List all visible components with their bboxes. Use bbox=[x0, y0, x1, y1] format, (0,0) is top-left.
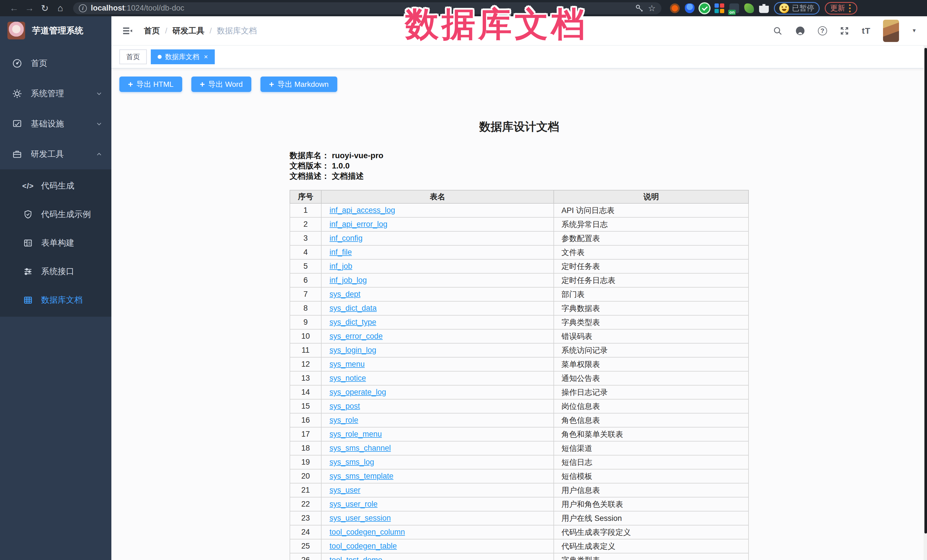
table-name-link[interactable]: sys_dept bbox=[330, 290, 360, 298]
sidebar-menu: 首页 系统管理 基础设施 bbox=[0, 45, 111, 317]
profile-paused-chip[interactable]: 已暂停 bbox=[774, 2, 820, 15]
fullscreen-icon[interactable] bbox=[840, 26, 849, 36]
url-text[interactable]: localhost:1024/tool/db-doc bbox=[91, 4, 184, 12]
sidebar-item-db-doc[interactable]: 数据库文档 bbox=[0, 286, 111, 314]
table-name-link[interactable]: sys_sms_channel bbox=[330, 444, 391, 452]
url-path: :1024/tool/db-doc bbox=[125, 4, 184, 12]
doc-meta-version: 文档版本：1.0.0 bbox=[290, 161, 749, 171]
browser-toolbar: ← → ↻ ⌂ i localhost:1024/tool/db-doc ☆ o… bbox=[0, 0, 927, 16]
table-row: 13sys_notice通知公告表 bbox=[290, 371, 749, 385]
extension-icon-orange[interactable] bbox=[670, 3, 680, 13]
sidebar-collapse-icon[interactable] bbox=[122, 25, 133, 36]
row-table-name: sys_notice bbox=[321, 371, 554, 385]
search-icon[interactable] bbox=[773, 26, 783, 36]
table-name-link[interactable]: sys_post bbox=[330, 402, 360, 410]
browser-home-icon[interactable]: ⌂ bbox=[54, 2, 67, 15]
table-name-link[interactable]: inf_api_access_log bbox=[330, 206, 395, 214]
browser-reload-icon[interactable]: ↻ bbox=[38, 2, 52, 15]
table-name-link[interactable]: tool_codegen_column bbox=[330, 528, 405, 536]
sidebar-item-system[interactable]: 系统管理 bbox=[0, 79, 111, 109]
scrollbar-thumb[interactable] bbox=[924, 48, 927, 533]
table-name-link[interactable]: sys_operate_log bbox=[330, 388, 386, 396]
site-info-icon[interactable]: i bbox=[79, 4, 87, 12]
sidebar-item-form-builder[interactable]: 表单构建 bbox=[0, 229, 111, 257]
table-name-link[interactable]: sys_dict_data bbox=[330, 304, 377, 313]
row-index: 26 bbox=[290, 553, 321, 560]
help-icon[interactable]: ? bbox=[818, 26, 827, 35]
extension-icon-green-check[interactable] bbox=[700, 3, 710, 13]
bookmark-star-icon[interactable]: ☆ bbox=[648, 3, 656, 13]
table-name-link[interactable]: inf_api_error_log bbox=[330, 220, 388, 228]
breadcrumb-home[interactable]: 首页 bbox=[144, 26, 160, 36]
table-name-link[interactable]: sys_notice bbox=[330, 374, 366, 382]
table-name-link[interactable]: sys_login_log bbox=[330, 346, 376, 354]
page-header: 首页 / 研发工具 / 数据库文档 ? bbox=[111, 16, 927, 46]
doc-table-body: 1inf_api_access_logAPI 访问日志表2inf_api_err… bbox=[290, 203, 749, 560]
header-actions: ? tT ▼ bbox=[773, 20, 917, 42]
row-description: 菜单权限表 bbox=[554, 357, 749, 371]
row-table-name: sys_login_log bbox=[321, 343, 554, 357]
table-name-link[interactable]: tool_codegen_table bbox=[330, 542, 397, 550]
emoji-face-icon bbox=[780, 3, 789, 13]
sidebar-item-home[interactable]: 首页 bbox=[0, 48, 111, 79]
table-name-link[interactable]: sys_menu bbox=[330, 360, 365, 369]
table-name-link[interactable]: sys_sms_log bbox=[330, 458, 374, 466]
table-name-link[interactable]: inf_job_log bbox=[330, 276, 367, 284]
user-avatar[interactable] bbox=[883, 20, 899, 42]
export-markdown-button[interactable]: + 导出 Markdown bbox=[260, 76, 337, 92]
row-index: 19 bbox=[290, 455, 321, 469]
button-label: 导出 Word bbox=[208, 79, 243, 90]
chevron-down-icon bbox=[96, 90, 103, 97]
password-key-icon[interactable] bbox=[635, 4, 644, 13]
export-word-button[interactable]: + 导出 Word bbox=[191, 76, 251, 92]
font-size-icon[interactable]: tT bbox=[862, 26, 871, 36]
row-index: 13 bbox=[290, 371, 321, 385]
extension-icon-blue[interactable] bbox=[685, 3, 694, 13]
browser-back-icon[interactable]: ← bbox=[8, 2, 21, 15]
sidebar-item-code-gen-demo[interactable]: 代码生成示例 bbox=[0, 200, 111, 229]
table-name-link[interactable]: sys_user_session bbox=[330, 514, 391, 522]
tab-db-doc[interactable]: 数据库文档 × bbox=[151, 49, 215, 64]
table-name-link[interactable]: inf_config bbox=[330, 234, 363, 243]
browser-update-chip[interactable]: 更新 bbox=[825, 2, 857, 15]
table-name-link[interactable]: tool_test_demo bbox=[330, 556, 382, 560]
github-icon[interactable] bbox=[795, 26, 805, 36]
table-name-link[interactable]: sys_dict_type bbox=[330, 318, 376, 326]
page-scrollbar[interactable] bbox=[924, 46, 927, 560]
extension-icon-on[interactable]: on bbox=[729, 3, 739, 13]
breadcrumb-dev-tools[interactable]: 研发工具 bbox=[172, 26, 205, 36]
table-grid-icon bbox=[22, 295, 34, 305]
infrastructure-icon bbox=[11, 119, 23, 129]
row-table-name: inf_config bbox=[321, 231, 554, 245]
table-name-link[interactable]: sys_role_menu bbox=[330, 430, 382, 439]
table-name-link[interactable]: sys_sms_template bbox=[330, 472, 394, 480]
sidebar-item-code-gen[interactable]: </> 代码生成 bbox=[0, 171, 111, 200]
table-name-link[interactable]: inf_file bbox=[330, 248, 352, 256]
sidebar-item-infrastructure[interactable]: 基础设施 bbox=[0, 109, 111, 139]
table-name-link[interactable]: inf_job bbox=[330, 262, 353, 270]
row-description: 角色信息表 bbox=[554, 413, 749, 427]
browser-menu-kebab-icon[interactable] bbox=[848, 4, 852, 12]
table-name-link[interactable]: sys_role bbox=[330, 416, 359, 424]
address-bar[interactable]: i localhost:1024/tool/db-doc ☆ bbox=[73, 2, 661, 14]
tab-close-icon[interactable]: × bbox=[204, 53, 208, 60]
sidebar-item-label: 代码生成示例 bbox=[41, 209, 91, 220]
row-description: 参数配置表 bbox=[554, 231, 749, 245]
extension-icon-puzzle[interactable] bbox=[759, 3, 769, 13]
sidebar-item-api[interactable]: 系统接口 bbox=[0, 257, 111, 286]
sidebar-item-label: 表单构建 bbox=[41, 237, 74, 249]
export-html-button[interactable]: + 导出 HTML bbox=[119, 76, 182, 92]
table-name-link[interactable]: sys_error_code bbox=[330, 332, 383, 340]
app-logo-row[interactable]: 芋道管理系统 bbox=[0, 16, 111, 45]
tab-home[interactable]: 首页 bbox=[119, 49, 147, 64]
browser-forward-icon[interactable]: → bbox=[23, 2, 36, 15]
extension-icon-leaf[interactable] bbox=[744, 3, 754, 13]
col-header-no: 序号 bbox=[290, 190, 321, 203]
row-index: 14 bbox=[290, 385, 321, 399]
extension-icon-grid[interactable] bbox=[714, 3, 724, 13]
avatar-caret-down-icon[interactable]: ▼ bbox=[912, 28, 917, 34]
sidebar-item-dev-tools[interactable]: 研发工具 bbox=[0, 139, 111, 169]
row-index: 17 bbox=[290, 427, 321, 441]
table-name-link[interactable]: sys_user bbox=[330, 486, 360, 494]
table-name-link[interactable]: sys_user_role bbox=[330, 500, 378, 508]
